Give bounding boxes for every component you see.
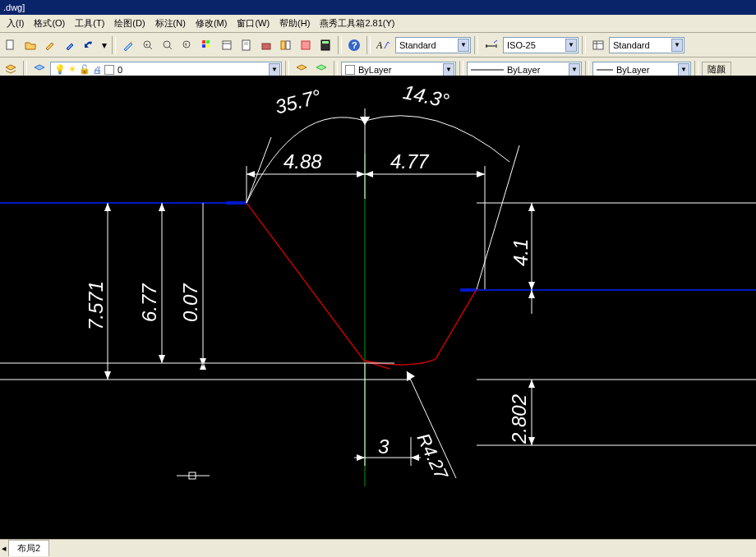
svg-rect-12 [242,40,250,50]
lineweight-value: ByLayer [616,65,649,75]
dim-h2: 4.77 [390,150,430,173]
table-style-icon[interactable] [589,36,607,54]
dim-style-combo[interactable]: ISO-25▼ [503,37,579,53]
undo-icon[interactable] [81,36,99,54]
help-icon[interactable]: ? [345,36,363,54]
title-bar: .dwg] [0,0,756,15]
color-swatch [345,65,355,75]
layer-color-swatch [104,65,114,75]
open-icon[interactable] [21,36,39,54]
svg-rect-6 [202,40,205,44]
toolbar-standard: ▾ + ? A Standard▼ ISO-25▼ Standard▼ [0,33,756,58]
svg-line-34 [364,361,390,369]
text-style-value: Standard [399,40,436,50]
dropdown-arrow-icon[interactable]: ▼ [569,63,580,76]
lineweight-preview-icon [597,67,613,73]
dim-v4: 4.1 [509,239,532,266]
zoom-window-icon[interactable] [159,36,177,54]
dim-style-value: ISO-25 [507,40,536,50]
dropdown-arrow-icon[interactable]: ▼ [269,63,280,76]
menu-bar: 入(I) 格式(O) 工具(T) 绘图(D) 标注(N) 修改(M) 窗口(W)… [0,15,756,33]
wand-icon[interactable] [119,36,137,54]
svg-point-1 [131,41,132,43]
menu-tools[interactable]: 工具(T) [70,15,109,32]
dim-style-icon[interactable] [482,36,501,54]
svg-point-4 [164,41,170,48]
table-style-value: Standard [613,40,650,50]
dim-v5: 2.802 [508,394,530,444]
menu-yanxiu[interactable]: 燕秀工具箱2.81(Y) [315,15,399,32]
menu-format[interactable]: 格式(O) [29,15,70,32]
brush-icon[interactable] [61,36,79,54]
dim-h1: 4.88 [284,150,322,173]
drawing-svg: 35.7° 14.3° 4.88 4.77 7.571 6.77 0.07 4.… [0,76,756,539]
drawing-canvas[interactable]: 35.7° 14.3° 4.88 4.77 7.571 6.77 0.07 4.… [0,76,756,539]
dropdown-arrow-icon[interactable]: ▼ [671,39,683,52]
svg-text:?: ? [352,40,357,50]
dropdown-arrow-icon[interactable]: ▼ [443,63,454,76]
svg-rect-9 [206,44,210,48]
dim-h3: 3 [378,435,390,458]
svg-rect-24 [593,41,603,49]
sheet-icon[interactable] [237,36,256,54]
text-style-combo[interactable]: Standard▼ [395,37,471,53]
svg-rect-15 [262,44,270,49]
dim-angle1: 35.7° [273,85,324,118]
svg-rect-18 [302,41,310,49]
palette-icon[interactable] [198,36,216,54]
block-icon[interactable] [297,36,315,54]
dim-v1: 7.571 [85,281,107,330]
properties-icon[interactable] [218,36,236,54]
tab-label: 布局2 [17,543,40,553]
menu-help[interactable]: 帮助(H) [274,15,315,32]
svg-rect-10 [223,41,231,49]
separator [112,36,116,54]
svg-text:+: + [145,42,149,47]
title-text: .dwg] [3,2,25,12]
layer-plot-icon: 🖨 [93,65,102,75]
svg-rect-20 [322,41,329,44]
tab-layout2[interactable]: 布局2 [8,540,49,556]
tab-nav-left-icon[interactable]: ◂ [0,543,8,554]
svg-rect-17 [286,41,290,49]
layer-name: 0 [118,65,122,75]
layer-lock-icon: 🔓 [79,64,90,75]
dropdown-icon[interactable]: ▾ [100,36,108,54]
dim-v3: 0.07 [179,283,201,322]
linetype-value: ByLayer [507,65,540,75]
separator [366,36,371,54]
separator [474,36,478,54]
new-icon[interactable] [2,36,20,54]
zoom-prev-icon[interactable] [178,36,196,54]
dim-v2: 6.77 [138,283,160,322]
svg-line-37 [477,145,519,289]
table-style-combo[interactable]: Standard▼ [609,37,685,53]
color-value: ByLayer [358,65,391,75]
toolbox-icon[interactable] [257,36,275,54]
separator [582,36,586,54]
svg-text:A: A [376,39,383,51]
menu-window[interactable]: 窗口(W) [232,15,274,32]
separator [338,36,342,54]
pencil-icon[interactable] [41,36,59,54]
menu-draw[interactable]: 绘图(D) [109,15,150,32]
layer-sun-icon: ☀ [68,64,76,75]
svg-line-35 [247,137,271,203]
dim-angle2: 14.3° [401,81,451,112]
menu-dimension[interactable]: 标注(N) [150,15,191,32]
menu-insert[interactable]: 入(I) [2,15,29,32]
linetype-preview-icon [471,67,504,73]
text-style-icon[interactable]: A [374,36,394,54]
tab-bar: ◂ 布局2 [0,539,756,557]
svg-rect-16 [281,41,285,49]
dropdown-arrow-icon[interactable]: ▼ [678,63,689,76]
design-center-icon[interactable] [277,36,295,54]
menu-modify[interactable]: 修改(M) [191,15,233,32]
svg-rect-8 [202,44,205,48]
zoom-realtime-icon[interactable]: + [139,36,157,54]
svg-rect-7 [206,40,210,44]
layer-bulb-icon: 💡 [54,64,66,75]
calculator-icon[interactable] [316,36,334,54]
dropdown-arrow-icon[interactable]: ▼ [458,39,469,52]
dropdown-arrow-icon[interactable]: ▼ [565,39,577,52]
